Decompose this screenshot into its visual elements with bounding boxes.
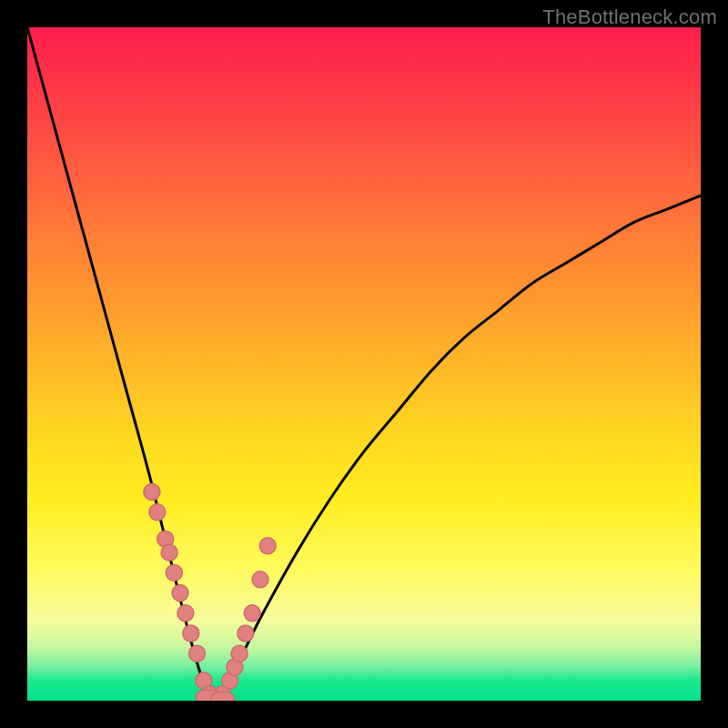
- plot-area: [27, 27, 701, 701]
- curve-marker: [189, 645, 206, 662]
- curve-marker: [244, 605, 260, 622]
- curve-marker: [259, 538, 276, 554]
- curve-marker: [172, 585, 188, 602]
- curve-marker: [183, 625, 199, 642]
- curve-marker: [177, 605, 194, 622]
- curve-marker: [166, 564, 182, 581]
- curve-marker: [149, 504, 166, 521]
- curve-marker: [252, 571, 268, 588]
- bottleneck-curve-svg: [27, 27, 701, 701]
- curve-marker: [238, 625, 254, 642]
- marker-group: [144, 484, 276, 701]
- curve-marker: [144, 484, 160, 500]
- curve-marker: [161, 544, 177, 561]
- curve-marker: [231, 645, 248, 662]
- chart-frame: TheBottleneck.com: [0, 0, 728, 728]
- bottleneck-curve-path: [27, 27, 701, 701]
- watermark-text: TheBottleneck.com: [542, 5, 717, 29]
- curve-marker-pill: [211, 693, 235, 702]
